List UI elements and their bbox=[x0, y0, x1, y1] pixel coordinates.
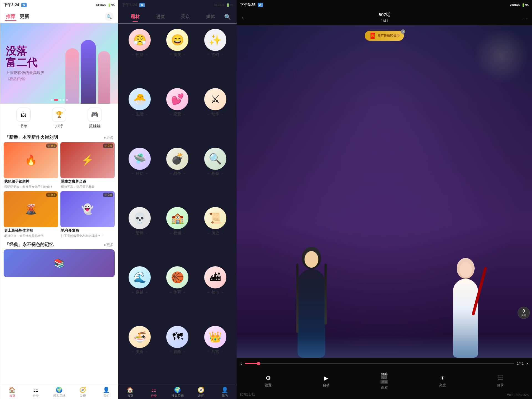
genre-isekai[interactable]: 🌊 － 穿越 － bbox=[122, 264, 158, 322]
manga-title-2: 重生之魔尊当道 bbox=[60, 179, 115, 184]
classic-section-more[interactable]: ● 更多 bbox=[104, 242, 114, 247]
tab-theme[interactable]: 题材 bbox=[123, 12, 148, 21]
brightness-icon: ☀ bbox=[440, 375, 445, 382]
genre-martial[interactable]: ⚔ － 动作 － bbox=[197, 86, 233, 144]
genre-school[interactable]: 🏫 － 校园 － bbox=[159, 205, 195, 262]
genre-horror-label: － 恐怖 － bbox=[131, 231, 149, 236]
genre-horror[interactable]: 💀 － 恐怖 － bbox=[122, 205, 158, 262]
genre-romance-label: － 恋爱 － bbox=[169, 112, 186, 117]
genre-action-label: － 热血 － bbox=[131, 52, 149, 57]
genre-scifi[interactable]: 🛸 － 科幻 － bbox=[122, 145, 158, 203]
genre-adventure[interactable]: 🗺 － 冒险 － bbox=[159, 324, 195, 381]
reader-bottom-info: 507话 1/41 WiFi 15:24 95% bbox=[237, 392, 532, 399]
cat-nav-profile-label: 我的 bbox=[222, 394, 228, 398]
ranking-icon: 🏆 bbox=[52, 108, 66, 122]
banner: 没落富二代 上演吃软饭的最高境界 《极品狂婚》 bbox=[0, 23, 118, 104]
auto-button[interactable]: ▶ 自动 bbox=[323, 375, 329, 388]
genre-war[interactable]: 💣 － 战争 － bbox=[159, 145, 195, 203]
reader-chapter-num: 1/41 bbox=[381, 19, 388, 23]
quality-button[interactable]: 🎬 标清 画质 bbox=[380, 372, 388, 390]
manga-desc-2: 横扫五宗，荡尽天下邪豪 bbox=[60, 185, 115, 189]
cat-nav-discover[interactable]: 🧭 发现 bbox=[189, 387, 213, 398]
tab-update[interactable]: 更新 bbox=[19, 13, 30, 21]
quick-booklist[interactable]: 🗂 书单 bbox=[16, 108, 31, 129]
nav-discover-label: 发现 bbox=[80, 394, 86, 398]
genre-food[interactable]: 🍜 － 美食 － bbox=[122, 324, 158, 381]
genre-life[interactable]: 🐣 － 生活 － bbox=[122, 86, 158, 144]
genre-comedy[interactable]: 😄 － 搞笑 － bbox=[159, 27, 195, 84]
reader-controls: ⚙ 设置 ▶ 自动 🎬 标清 画质 ☀ 亮度 ☰ 目录 bbox=[237, 369, 532, 392]
cat-nav-category[interactable]: ⚏ 分类 bbox=[142, 387, 165, 398]
genre-harem[interactable]: 👑 － 后宫 － bbox=[197, 324, 233, 381]
quick-ranking[interactable]: 🏆 排行 bbox=[52, 108, 66, 129]
quick-grab[interactable]: 🎮 抓娃娃 bbox=[88, 108, 102, 129]
tab-audience[interactable]: 受众 bbox=[173, 12, 198, 21]
new-section-header: 「新番」本季新作火钳刘明 ● 更多 bbox=[0, 132, 118, 142]
auto-label: 自动 bbox=[323, 383, 329, 388]
prev-page-button[interactable]: ‹ bbox=[241, 360, 242, 366]
nav-discover[interactable]: 🧭 发现 bbox=[71, 387, 94, 398]
ranking-label: 排行 bbox=[55, 124, 63, 129]
tab-progress[interactable]: 进度 bbox=[148, 12, 173, 21]
nav-planet-label: 漫客星球 bbox=[53, 394, 65, 398]
settings-button[interactable]: ⚙ 设置 bbox=[265, 375, 272, 388]
brightness-button[interactable]: ☀ 亮度 bbox=[439, 375, 446, 388]
category-tab-bar: 题材 进度 受众 媒体 🔍 bbox=[118, 10, 237, 24]
nav-category[interactable]: ⚏ 分类 bbox=[24, 387, 47, 398]
toc-label: 目录 bbox=[497, 383, 504, 388]
genre-fantasy[interactable]: ✨ － 玄幻 － bbox=[197, 27, 233, 84]
genre-mystery[interactable]: 🔍 － 悬疑 － bbox=[197, 145, 233, 203]
manga-card-2[interactable]: ⚡ ☆ 9.5 重生之魔尊当道 横扫五宗，荡尽天下邪豪 bbox=[60, 142, 115, 189]
manga-title-1: 我的弟子都超神 bbox=[4, 179, 58, 184]
manga-title-4: 地府开发商 bbox=[60, 228, 115, 233]
settings-label: 设置 bbox=[265, 383, 272, 388]
tab-media[interactable]: 媒体 bbox=[198, 12, 223, 21]
tab-recommend[interactable]: 推荐 bbox=[5, 13, 16, 21]
auto-icon: ▶ bbox=[324, 375, 328, 382]
cat-nav-planet[interactable]: 🌍 漫客星球 bbox=[166, 387, 189, 398]
genre-city[interactable]: 🏙 － 都市 － bbox=[197, 264, 233, 322]
manga-card-1[interactable]: 🔥 ☆ 9.7 我的弟子都超神 我明明无敌，却被美女弟子们欺负！ bbox=[4, 142, 58, 189]
nav-home-label: 首页 bbox=[9, 394, 15, 398]
manga-card-4[interactable]: 👻 ☆ 9.0 地府开发商 打工竟然偶遇女友出轨现场？！ bbox=[60, 191, 115, 238]
search-button[interactable]: 🔍 bbox=[105, 12, 114, 21]
cat-nav-profile[interactable]: 👤 我的 bbox=[213, 387, 237, 398]
progress-thumb bbox=[257, 362, 260, 365]
quick-nav: 🗂 书单 🏆 排行 🎮 抓娃娃 bbox=[0, 104, 118, 132]
page-count: 1/41 bbox=[517, 361, 524, 365]
reader-content[interactable]: ✕ 🧧 看广告领50金币 bbox=[237, 25, 532, 358]
manga-card-3[interactable]: 🌋 ☆ 9.4 史上最强炼体老祖 老祖归来：大爷终究是你大爷 bbox=[4, 191, 58, 238]
progress-bar[interactable] bbox=[245, 363, 514, 364]
genre-action[interactable]: 😤 － 热血 － bbox=[122, 27, 158, 84]
toc-button[interactable]: ☰ 目录 bbox=[497, 375, 504, 388]
status-bar-reader: 下午3:25 A 248K/s 🔋95 bbox=[237, 0, 532, 10]
genre-history-label: － 历史 － bbox=[206, 231, 224, 236]
genre-sports[interactable]: 🏀 － 体育 － bbox=[159, 264, 195, 322]
reader-chapter-title: 507话 bbox=[379, 12, 391, 18]
genre-history[interactable]: 📜 － 历史 － bbox=[197, 205, 233, 262]
nav-profile-label: 我的 bbox=[103, 394, 109, 398]
nav-home[interactable]: 🏠 首页 bbox=[0, 387, 24, 398]
booklist-icon: 🗂 bbox=[16, 108, 31, 122]
more-options-button[interactable]: ⋯ bbox=[522, 14, 528, 21]
booklist-label: 书单 bbox=[20, 124, 27, 129]
category-bottom-nav: 🏠 首页 ⚏ 分类 🌍 漫客星球 🧭 发现 👤 我的 bbox=[118, 384, 237, 399]
ad-banner[interactable]: ✕ 🧧 看广告领50金币 bbox=[365, 31, 404, 41]
manga-title-3: 史上最强炼体老祖 bbox=[4, 228, 58, 233]
nav-planet[interactable]: 🌍 漫客星球 bbox=[47, 387, 71, 398]
ad-icon: 🧧 bbox=[369, 32, 376, 39]
grab-label: 抓娃娃 bbox=[89, 124, 101, 129]
reader-progress: ‹ 1/41 › bbox=[237, 358, 532, 369]
home-tabs: 推荐 更新 bbox=[5, 13, 30, 21]
settings-icon: ⚙ bbox=[265, 375, 271, 382]
next-page-button[interactable]: › bbox=[526, 360, 528, 366]
grab-icon: 🎮 bbox=[88, 108, 102, 122]
category-search-button[interactable]: 🔍 bbox=[223, 12, 232, 21]
back-button[interactable]: ← bbox=[241, 14, 247, 21]
cat-nav-home[interactable]: 🏠 首页 bbox=[118, 387, 142, 398]
nav-profile[interactable]: 👤 我的 bbox=[94, 387, 118, 398]
genre-romance[interactable]: 💕 － 恋爱 － bbox=[159, 86, 195, 144]
status-bar-category: 下午3:24 A 49.2K/s 🔋95 bbox=[118, 0, 237, 10]
genre-war-label: － 战争 － bbox=[169, 171, 186, 176]
new-section-more[interactable]: ● 更多 bbox=[104, 135, 114, 140]
